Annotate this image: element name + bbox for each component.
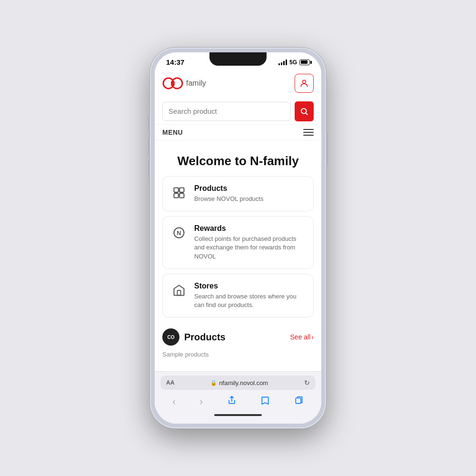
hamburger-line-1 [303, 129, 314, 130]
bookmarks-button[interactable] [257, 394, 274, 409]
svg-text:N: N [177, 229, 181, 237]
url-center: 🔒 nfamily.novol.com [210, 379, 268, 387]
app-content: N family [155, 68, 321, 371]
stores-card[interactable]: Stores Search and browse stores where yo… [162, 274, 314, 317]
back-button[interactable]: ‹ [169, 394, 179, 409]
products-icon [170, 184, 188, 201]
share-button[interactable] [223, 394, 240, 409]
see-all-button[interactable]: See all › [290, 333, 314, 341]
hamburger-line-3 [303, 135, 314, 136]
network-type: 5G [289, 59, 297, 66]
search-input-wrap[interactable] [162, 102, 291, 121]
aa-label[interactable]: AA [166, 379, 174, 386]
search-button[interactable] [295, 101, 314, 121]
stores-icon [170, 282, 188, 299]
signal-icon [278, 60, 287, 65]
menu-label: MENU [162, 129, 183, 136]
forward-button[interactable]: › [196, 394, 207, 409]
cards-section: Products Browse NOVOL products N Rewards [155, 176, 321, 317]
products-card[interactable]: Products Browse NOVOL products [162, 176, 314, 211]
notch [209, 52, 267, 66]
rewards-card-title: Rewards [194, 224, 306, 233]
rewards-card[interactable]: N Rewards Collect points for purchased p… [162, 216, 314, 269]
products-header: CO Products See all › [162, 325, 314, 349]
products-title-row: CO Products [162, 325, 226, 349]
profile-button[interactable] [295, 74, 314, 93]
products-title: Products [184, 332, 226, 343]
status-time: 14:37 [166, 58, 184, 66]
products-card-title: Products [194, 184, 263, 193]
logo-text: family [186, 79, 206, 88]
url-text: nfamily.novol.com [219, 379, 268, 387]
avatar: CO [162, 328, 179, 346]
products-card-desc: Browse NOVOL products [194, 195, 263, 203]
rewards-card-content: Rewards Collect points for purchased pro… [194, 224, 306, 261]
hamburger-line-2 [303, 132, 314, 133]
products-section: CO Products See all › Sample products [155, 317, 321, 362]
svg-rect-6 [179, 188, 184, 192]
see-all-chevron: › [311, 333, 314, 341]
browser-nav: ‹ › [160, 390, 316, 410]
svg-rect-11 [178, 290, 181, 296]
logo-area: N family [162, 77, 206, 89]
search-bar [155, 99, 321, 124]
svg-rect-8 [179, 193, 184, 198]
products-subtitle: Sample products [162, 351, 314, 358]
welcome-section: Welcome to N-family [155, 140, 321, 176]
status-icons: 5G [278, 59, 310, 66]
rewards-icon: N [170, 224, 188, 241]
app-header: N family [155, 68, 321, 99]
see-all-label: See all [290, 333, 311, 341]
svg-rect-5 [174, 188, 178, 192]
reload-button[interactable]: ↻ [304, 379, 310, 387]
menu-bar: MENU [155, 124, 321, 140]
lock-icon: 🔒 [210, 380, 217, 386]
svg-rect-7 [174, 193, 178, 198]
battery-icon [299, 60, 310, 65]
rewards-card-desc: Collect points for purchased products an… [194, 235, 306, 261]
stores-card-title: Stores [194, 282, 306, 290]
home-bar [214, 414, 262, 416]
hamburger-menu[interactable] [303, 129, 314, 136]
stores-card-content: Stores Search and browse stores where yo… [194, 282, 306, 309]
stores-card-desc: Search and browse stores where you can f… [194, 292, 306, 309]
products-card-content: Products Browse NOVOL products [194, 184, 263, 203]
svg-point-3 [303, 80, 306, 83]
browser-bar: AA 🔒 nfamily.novol.com ↻ ‹ › [155, 371, 321, 424]
search-input[interactable] [169, 107, 285, 115]
svg-rect-12 [296, 398, 301, 404]
url-bar[interactable]: AA 🔒 nfamily.novol.com ↻ [160, 376, 316, 390]
tabs-button[interactable] [290, 394, 307, 409]
welcome-title: Welcome to N-family [162, 154, 314, 169]
svg-text:N: N [170, 80, 175, 87]
home-indicator [160, 410, 316, 420]
logo-icon: N [162, 77, 183, 89]
